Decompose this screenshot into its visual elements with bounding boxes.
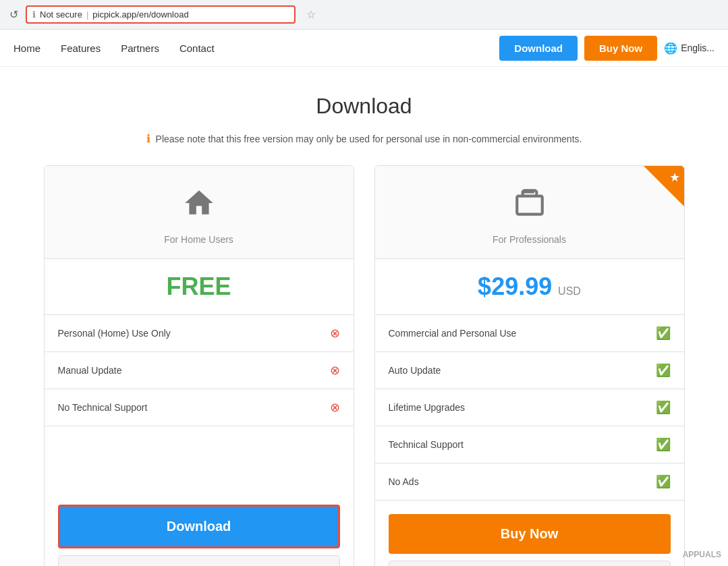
pro-feature-1-icon: ✅ <box>656 326 671 341</box>
watermark: APPUALS <box>683 550 721 559</box>
pro-buynow-button[interactable]: Buy Now <box>389 514 671 554</box>
free-feature-1-icon: ⊗ <box>330 326 340 341</box>
free-feature-3-text: No Technical Support <box>58 402 148 413</box>
free-feature-1-text: Personal (Home) Use Only <box>58 328 171 339</box>
free-feature-1: Personal (Home) Use Only ⊗ <box>45 315 354 352</box>
browser-chrome: ↺ ℹ Not secure | picpick.app/en/download… <box>0 0 728 30</box>
free-feature-2: Manual Update ⊗ <box>45 352 354 389</box>
browser-back-button[interactable]: ↺ <box>7 8 20 22</box>
url-separator: | <box>86 9 88 20</box>
notice-bar: ℹ Please note that this free version may… <box>13 132 715 145</box>
pro-feature-1-text: Commercial and Personal Use <box>389 328 517 339</box>
free-feature-2-text: Manual Update <box>58 365 122 376</box>
pro-feature-2-icon: ✅ <box>656 363 671 378</box>
nav-home[interactable]: Home <box>13 43 40 54</box>
pro-card-subtitle: For Professionals <box>389 234 671 245</box>
free-feature-3: No Technical Support ⊗ <box>45 389 354 426</box>
nav-features[interactable]: Features <box>61 43 101 54</box>
nav-links: Home Features Partners Contact <box>13 43 499 54</box>
nav-actions: Download Buy Now 🌐 Englis... <box>499 36 715 61</box>
free-card-header: For Home Users <box>45 166 354 259</box>
pro-feature-2-text: Auto Update <box>389 365 441 376</box>
not-secure-icon: ℹ <box>32 9 36 20</box>
pro-price-amount: $29.99 <box>478 273 552 300</box>
nav-buynow-button[interactable]: Buy Now <box>584 36 657 61</box>
notice-icon: ℹ <box>146 132 150 145</box>
pro-feature-1: Commercial and Personal Use ✅ <box>375 315 684 352</box>
pro-feature-3-icon: ✅ <box>656 400 671 415</box>
pro-card-header: For Professionals <box>375 166 684 259</box>
nav-contact[interactable]: Contact <box>179 43 215 54</box>
briefcase-icon <box>389 186 671 227</box>
pro-card-price: $29.99 USD <box>375 259 684 315</box>
pro-feature-3: Lifetime Upgrades ✅ <box>375 389 684 426</box>
pro-card-actions: Buy Now I have already purchased a licen… <box>375 501 684 566</box>
language-label: Englis... <box>681 43 715 53</box>
not-secure-label: Not secure <box>40 9 82 20</box>
cards-container: For Home Users FREE Personal (Home) Use … <box>13 165 715 566</box>
free-feature-2-icon: ⊗ <box>330 363 340 378</box>
free-card-subtitle: For Home Users <box>58 234 340 245</box>
free-portable-button[interactable]: Portable Version <box>58 555 340 566</box>
free-price-label: FREE <box>166 273 231 300</box>
pro-card: ★ For Professionals $29.99 USD Commercia… <box>374 165 685 566</box>
pro-feature-5: No Ads ✅ <box>375 463 684 501</box>
globe-icon: 🌐 <box>664 42 677 55</box>
language-selector[interactable]: 🌐 Englis... <box>664 42 715 55</box>
free-download-button[interactable]: Download <box>58 505 340 548</box>
pro-price-currency: USD <box>558 285 581 297</box>
pro-feature-4-text: Technical Support <box>389 439 464 450</box>
free-card-price: FREE <box>45 259 354 315</box>
home-icon <box>58 186 340 227</box>
page-title: Download <box>13 94 715 119</box>
free-card-spacer <box>45 426 354 491</box>
address-bar[interactable]: ℹ Not secure | picpick.app/en/download <box>26 5 296 24</box>
nav-download-button[interactable]: Download <box>499 36 578 61</box>
free-card: For Home Users FREE Personal (Home) Use … <box>44 165 354 566</box>
pro-feature-2: Auto Update ✅ <box>375 352 684 389</box>
nav-partners[interactable]: Partners <box>121 43 159 54</box>
free-card-actions: Download Portable Version <box>45 491 354 566</box>
pro-feature-3-text: Lifetime Upgrades <box>389 402 466 413</box>
main-content: Download ℹ Please note that this free ve… <box>0 67 728 566</box>
pro-feature-5-icon: ✅ <box>656 474 671 489</box>
free-feature-3-icon: ⊗ <box>330 400 340 415</box>
pro-license-button[interactable]: I have already purchased a license. <box>389 561 671 566</box>
navbar: Home Features Partners Contact Download … <box>0 30 728 67</box>
url-text: picpick.app/en/download <box>92 9 188 20</box>
pro-feature-4: Technical Support ✅ <box>375 426 684 463</box>
bookmark-icon[interactable]: ☆ <box>306 8 316 21</box>
pro-feature-5-text: No Ads <box>389 476 419 487</box>
pro-feature-4-icon: ✅ <box>656 437 671 452</box>
notice-text: Please note that this free version may o… <box>156 134 582 144</box>
pro-ribbon-star: ★ <box>669 170 680 185</box>
